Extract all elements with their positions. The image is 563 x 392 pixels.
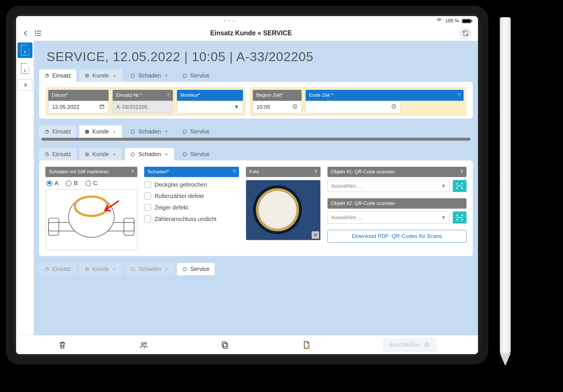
tab-schaden-active[interactable]: Schaden [125, 148, 174, 160]
tab-schaden[interactable]: Schaden [125, 69, 174, 82]
scan-qr2-button[interactable] [453, 211, 466, 224]
radio-b[interactable]: B [66, 180, 78, 187]
label-qr2: Objekt #2: QR-Code scannen [327, 198, 466, 209]
tab-kunde[interactable]: Kunde [79, 263, 122, 275]
svg-point-5 [131, 74, 134, 77]
photo-remove-button[interactable]: ✕ [312, 231, 319, 239]
select-monteur[interactable]: ▼ [177, 101, 243, 113]
download-qr-pdf-button[interactable]: Download PDF: QR-Codes für Scans [327, 230, 466, 242]
content-area: SERVICE, 12.05.2022 | 10:05 | A-33/20220… [34, 41, 478, 335]
list-icon[interactable] [34, 29, 43, 38]
svg-point-0 [35, 30, 36, 32]
clock-icon [391, 104, 397, 111]
tab-service[interactable]: Service [177, 125, 215, 138]
rail-page-2[interactable]: 1 [18, 61, 32, 76]
svg-point-25 [131, 267, 134, 271]
photo-thumbnail[interactable]: ✕ [246, 180, 321, 240]
input-datum[interactable]: 12.05.2022 [48, 101, 109, 113]
meter-sketch-canvas[interactable] [45, 189, 137, 250]
svg-point-1 [35, 33, 36, 34]
tab-einsatz[interactable]: Einsatz [39, 263, 76, 275]
radio-c[interactable]: C [85, 180, 97, 187]
tab-einsatz[interactable]: Einsatz [39, 148, 76, 160]
sync-button[interactable] [460, 27, 472, 39]
help-icon[interactable]: ? [233, 169, 236, 175]
battery-percent: 100 % [445, 18, 459, 24]
tab-kunde[interactable]: Kunde [79, 69, 122, 82]
tabstrip-kunde: Einsatz Kunde Schaden Service [34, 125, 478, 138]
label-beginn: Beginn Zeit* [253, 90, 302, 101]
label-schaden-list: Schaden*? [144, 167, 239, 177]
label-qr1: Objekt #1: QR-Code scannen? [327, 167, 466, 177]
page-title: SERVICE, 12.05.2022 | 10:05 | A-33/20220… [34, 41, 478, 69]
tab-service[interactable]: Service [177, 148, 215, 160]
copy-button[interactable] [220, 340, 230, 350]
status-bar: • • • 100 % [16, 16, 478, 26]
svg-point-2 [35, 35, 36, 36]
svg-point-31 [306, 346, 310, 349]
svg-rect-24 [85, 267, 89, 271]
svg-point-26 [183, 267, 186, 271]
share-users-button[interactable] [139, 340, 148, 350]
svg-point-17 [183, 153, 186, 156]
help-icon[interactable]: ? [458, 92, 460, 98]
section-schaden: Schaden mit Stift markieren? A B C [39, 160, 473, 256]
rail-page-active[interactable]: 4 [18, 42, 32, 58]
svg-rect-29 [223, 343, 228, 348]
finish-button[interactable]: Abschließen [383, 338, 436, 352]
check-item[interactable]: Rollenzähler defekt [144, 193, 239, 199]
trash-button[interactable] [58, 340, 67, 350]
help-icon[interactable]: ? [131, 169, 134, 175]
svg-point-6 [183, 74, 186, 77]
select-qr2[interactable]: Auswählen ...▼ [327, 211, 450, 224]
app-navbar: Einsatz Kunde « SERVICE [16, 26, 478, 41]
scan-qr1-button[interactable] [453, 180, 466, 192]
horizontal-scrollbar[interactable] [41, 138, 471, 141]
rail-expand-button[interactable] [18, 79, 32, 91]
tab-service-active[interactable]: Service [177, 263, 215, 275]
multitask-dots-icon[interactable]: • • • [23, 18, 436, 24]
left-rail: 4 1 [16, 41, 34, 335]
svg-rect-11 [85, 130, 89, 133]
screen: • • • 100 % [16, 16, 478, 354]
label-monteur: Monteur* [177, 90, 243, 101]
label-datum: Datum* [48, 90, 109, 101]
svg-point-13 [183, 130, 186, 133]
help-icon[interactable]: ? [167, 92, 169, 98]
calendar-icon [99, 104, 105, 111]
tab-einsatz[interactable]: Einsatz [39, 125, 76, 138]
tab-service[interactable]: Service [177, 69, 215, 82]
tab-einsatz[interactable]: Einsatz [39, 69, 76, 82]
svg-point-27 [141, 343, 144, 345]
tabstrip-schaden: Einsatz Kunde Schaden Service [34, 148, 478, 160]
check-item[interactable]: Zähleranschluss undicht [144, 216, 239, 222]
clock-icon [292, 104, 298, 111]
label-marker: Schaden mit Stift markieren? [45, 167, 137, 177]
svg-point-16 [131, 153, 134, 156]
radio-a[interactable]: A [47, 180, 58, 187]
svg-rect-30 [222, 342, 227, 347]
svg-rect-20 [124, 218, 134, 235]
apple-pencil [500, 17, 511, 367]
back-button[interactable] [22, 29, 29, 38]
svg-point-28 [145, 342, 146, 344]
tab-schaden[interactable]: Schaden [125, 263, 174, 275]
label-foto: Foto? [246, 167, 321, 177]
tabstrip-service: Einsatz Kunde Schaden Service [34, 263, 478, 275]
tab-schaden[interactable]: Schaden [125, 125, 174, 138]
select-qr1[interactable]: Auswählen ...▼ [327, 180, 450, 192]
attachment-button[interactable] [302, 340, 311, 350]
svg-rect-15 [85, 153, 89, 156]
check-item[interactable]: Zeiger defekt [144, 204, 239, 211]
label-ende: Ende Zeit *? [306, 90, 464, 101]
footer-toolbar: Abschließen [16, 335, 478, 354]
help-icon[interactable]: ? [315, 169, 317, 175]
check-item[interactable]: Deckglas gebrochen [144, 181, 239, 188]
tab-kunde[interactable]: Kunde [79, 148, 122, 160]
svg-rect-19 [49, 218, 59, 235]
help-icon[interactable]: ? [460, 169, 463, 175]
input-ende[interactable] [306, 101, 400, 113]
tab-kunde-active[interactable]: Kunde [79, 125, 122, 138]
input-beginn[interactable]: 10:05 [253, 101, 302, 113]
input-einsatz-nr: A-33/202205 [113, 101, 173, 113]
